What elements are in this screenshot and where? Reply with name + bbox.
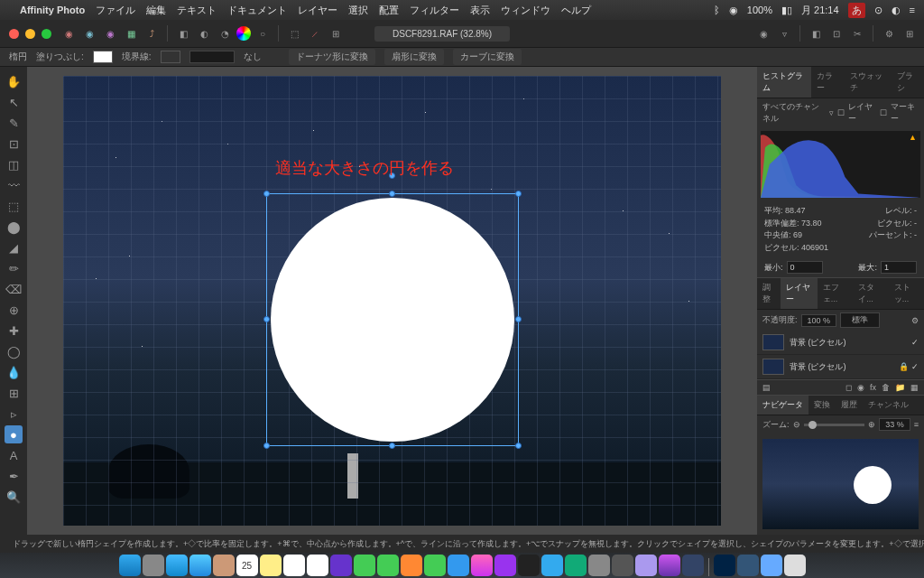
dropdown-icon[interactable]: ▿ (775, 24, 793, 42)
selection-tool[interactable]: ◫ (5, 155, 23, 173)
stroke-width[interactable] (189, 51, 235, 63)
app-name[interactable]: Affinity Photo (20, 5, 85, 15)
dock-app3[interactable] (682, 555, 704, 576)
siri-icon[interactable]: ◐ (892, 5, 901, 16)
develop-persona-icon[interactable]: ◉ (101, 24, 119, 42)
pen-tool[interactable]: ✒ (5, 467, 23, 485)
chevron-down-icon[interactable]: ▿ (829, 108, 834, 117)
document-canvas[interactable]: 適当な大きさの円を作る (63, 76, 721, 526)
layer-bg2[interactable]: 背景 (ピクセル) 🔒 ✓ (757, 355, 924, 379)
arrange-icon[interactable]: ⊞ (901, 24, 919, 42)
tab-styles[interactable]: スタイ... (853, 278, 888, 309)
menu-file[interactable]: ファイル (96, 4, 135, 17)
zoom-in-icon[interactable]: ⊕ (868, 420, 875, 429)
hand-tool[interactable]: ✋ (5, 72, 23, 90)
dock-reminders[interactable] (283, 555, 305, 576)
tab-stock[interactable]: ストッ... (889, 278, 924, 309)
fx-icon[interactable]: ⊡ (827, 24, 845, 42)
fx-icon[interactable]: fx (870, 383, 876, 392)
handle-se[interactable] (515, 443, 522, 449)
dock-appstore[interactable] (541, 555, 563, 576)
dock-safari[interactable] (166, 555, 188, 576)
menu-document[interactable]: ドキュメント (227, 4, 287, 17)
export-persona-icon[interactable]: ⤴ (143, 24, 161, 42)
zoom-tool[interactable]: 🔍 (5, 488, 23, 506)
dock-calendar[interactable]: 25 (236, 555, 258, 576)
battery-icon[interactable]: ▮▯ (781, 5, 792, 16)
diag-icon[interactable]: ⟋ (306, 24, 324, 42)
clock[interactable]: 月 21:14 (801, 4, 839, 17)
mask-icon[interactable]: ◻ (845, 383, 852, 392)
blur-tool[interactable]: 💧 (5, 363, 23, 381)
zoom-slider[interactable] (804, 424, 865, 426)
channel-selector[interactable]: すべてのチャンネル (762, 101, 826, 125)
min-input[interactable] (787, 261, 823, 274)
mesh-tool[interactable]: ⊞ (5, 384, 23, 402)
contrast-icon[interactable]: ◐ (195, 24, 213, 42)
add-icon[interactable]: ▦ (910, 383, 919, 392)
marquee-tool[interactable]: ⬚ (5, 197, 23, 215)
menu-arrange[interactable]: 配置 (379, 4, 399, 17)
layer-checkbox-label[interactable]: レイヤー (848, 101, 876, 125)
curve-button[interactable]: カーブに変換 (453, 49, 522, 65)
dock-tv[interactable] (518, 555, 540, 576)
menu-help[interactable]: ヘルプ (561, 4, 591, 17)
tab-layers[interactable]: レイヤー (781, 278, 818, 309)
dock-facetime[interactable] (377, 555, 399, 576)
dodge-tool[interactable]: ◯ (5, 342, 23, 360)
handle-nw[interactable] (263, 191, 270, 197)
dock-keynote[interactable] (448, 555, 469, 576)
dock-trash[interactable] (784, 555, 806, 576)
canvas-area[interactable]: 適当な大きさの円を作る (27, 67, 757, 535)
navigator-preview[interactable] (762, 439, 919, 529)
max-input[interactable] (881, 261, 917, 274)
dock-podcasts[interactable] (494, 555, 516, 576)
open-icon[interactable]: ◧ (174, 24, 192, 42)
close-button[interactable] (9, 29, 19, 39)
menu-filter[interactable]: フィルター (410, 4, 459, 17)
dock-prefs[interactable] (588, 555, 610, 576)
menu-text[interactable]: テキスト (177, 4, 217, 17)
zoom-value[interactable]: 33 % (879, 418, 910, 431)
menu-select[interactable]: 選択 (348, 4, 368, 17)
delete-icon[interactable]: 🗑 (882, 383, 890, 392)
gradient-tool[interactable]: ◢ (5, 238, 23, 256)
fill-swatch[interactable] (93, 51, 113, 63)
flood-tool[interactable]: ⬤ (5, 218, 23, 236)
tab-color[interactable]: カラー (811, 67, 844, 98)
dock-finder[interactable] (119, 555, 141, 576)
opacity-value[interactable]: 100 % (801, 314, 837, 327)
dock-contacts[interactable] (213, 555, 235, 576)
donut-button[interactable]: ドーナツ形に変換 (289, 49, 375, 65)
dock-lightroom[interactable] (714, 555, 735, 576)
tab-swatch[interactable]: スウォッチ (845, 67, 892, 98)
dock-messages[interactable] (354, 555, 375, 576)
dock-itunes[interactable] (471, 555, 493, 576)
dock-folder[interactable] (761, 555, 782, 576)
selection-bounds[interactable] (266, 193, 519, 446)
blend-mode[interactable]: 標準 (840, 312, 880, 328)
dock-photos[interactable] (307, 555, 328, 576)
color-picker-tool[interactable]: ✎ (5, 114, 23, 132)
tab-effects[interactable]: エフェ... (818, 278, 853, 309)
move-tool[interactable]: ↖ (5, 93, 23, 111)
crop-tool[interactable]: ⊡ (5, 135, 23, 153)
maximize-button[interactable] (42, 29, 51, 39)
marquee-icon[interactable]: ⬚ (285, 24, 303, 42)
gradient-icon[interactable]: ◔ (216, 24, 234, 42)
tab-adjust[interactable]: 調整 (757, 278, 781, 309)
crop-icon[interactable]: ✂ (848, 24, 866, 42)
folder-icon[interactable]: 📁 (895, 383, 905, 392)
color-icon[interactable] (236, 26, 251, 41)
bluetooth-icon[interactable]: ᛒ (714, 5, 720, 15)
handle-sw[interactable] (263, 443, 270, 449)
liquify-persona-icon[interactable]: ◉ (80, 24, 98, 42)
lock-icon[interactable]: 🔒 ✓ (899, 362, 919, 371)
dock-clock[interactable] (565, 555, 587, 576)
circle-icon[interactable]: ○ (254, 24, 272, 42)
dock-app1[interactable] (612, 555, 633, 576)
dock-launchpad[interactable] (143, 555, 164, 576)
heal-tool[interactable]: ✚ (5, 322, 23, 340)
tab-channels[interactable]: チャンネル (863, 396, 914, 415)
tab-navigator[interactable]: ナビゲータ (757, 396, 808, 415)
